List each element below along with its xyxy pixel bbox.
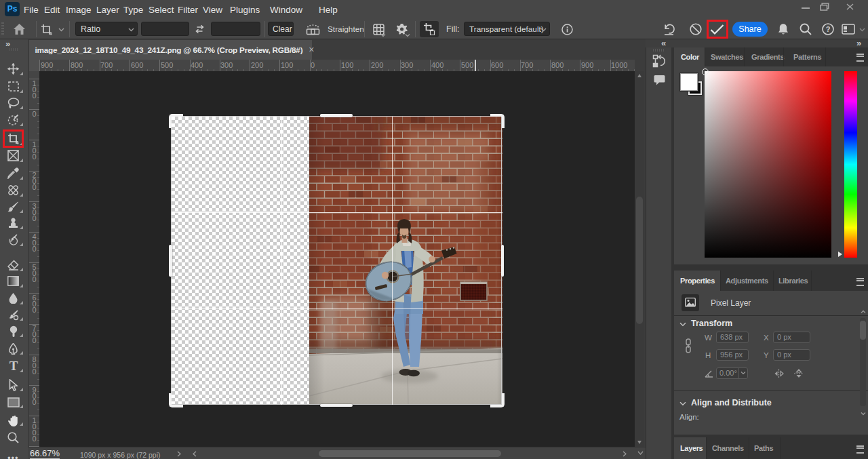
svg-text:?: ? [826, 25, 831, 33]
